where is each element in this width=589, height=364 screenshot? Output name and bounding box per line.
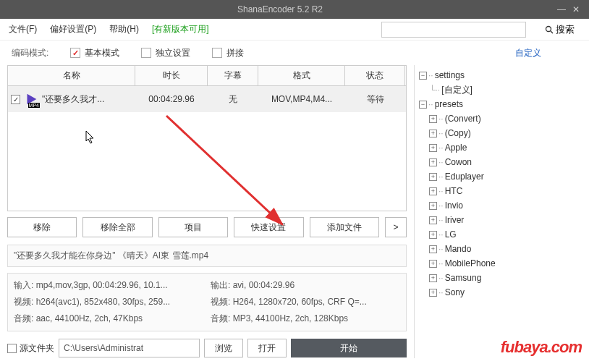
search-box xyxy=(381,22,526,38)
action-buttons: 移除 移除全部 项目 快速设置 添加文件 > xyxy=(7,217,407,237)
row-subtitle: 无 xyxy=(208,86,258,112)
mode-label: 编码模式: xyxy=(12,47,48,59)
file-grid: 名称 时长 字幕 格式 状态 MP4 "还要多久我才... 00: xyxy=(7,65,407,211)
grid-body: MP4 "还要多久我才... 00:04:29.96 无 MOV,MP4,M4.… xyxy=(8,86,406,211)
menu-preferences[interactable]: 偏好设置(P) xyxy=(50,23,96,35)
info-panel: 输入: mp4,mov,3gp, 00:04:29.96, 10.1... 视频… xyxy=(7,273,407,331)
expand-icon: + xyxy=(429,260,437,268)
input-container: 输入: mp4,mov,3gp, 00:04:29.96, 10.1... xyxy=(14,279,203,292)
tree-node-preset[interactable]: +··Mando xyxy=(429,242,577,256)
tree-node-preset[interactable]: +··Apple xyxy=(429,140,577,155)
svg-line-1 xyxy=(551,30,553,33)
expand-icon: + xyxy=(429,216,437,224)
output-audio: 音频: MP3, 44100Hz, 2ch, 128Kbps xyxy=(211,313,400,325)
path-row: 源文件夹 C:\Users\Administrat 浏览 打开 开始 xyxy=(7,339,407,357)
minimize-button[interactable]: — xyxy=(554,4,569,14)
menu-help[interactable]: 帮助(H) xyxy=(109,23,139,35)
custom-link[interactable]: 自定义 xyxy=(515,47,541,59)
expand-icon: + xyxy=(429,144,437,152)
collapse-icon: − xyxy=(419,72,427,80)
start-button[interactable]: 开始 xyxy=(291,339,407,357)
menu-file[interactable]: 文件(F) xyxy=(9,23,37,35)
video-file-icon: MP4 xyxy=(23,91,39,107)
mode-independent[interactable]: 独立设置 xyxy=(141,47,190,59)
input-audio: 音频: aac, 44100Hz, 2ch, 47Kbps xyxy=(14,313,203,325)
mode-bar: 编码模式: 基本模式 独立设置 拼接 自定义 xyxy=(0,41,589,65)
quick-settings-button[interactable]: 快速设置 xyxy=(234,217,303,237)
expand-icon: + xyxy=(429,158,437,166)
search-input[interactable] xyxy=(382,25,525,35)
menubar: 文件(F) 偏好设置(P) 帮助(H) [有新版本可用] 搜索 xyxy=(0,19,589,41)
tree-node-preset[interactable]: +··Invio xyxy=(429,198,577,213)
expand-icon: + xyxy=(429,289,437,297)
tree-node-preset[interactable]: +··MobilePhone xyxy=(429,256,577,271)
tree-node-preset[interactable]: +··Samsung xyxy=(429,271,577,285)
tree-node-preset[interactable]: +··HTC xyxy=(429,184,577,198)
remove-button[interactable]: 移除 xyxy=(7,217,77,237)
row-checkbox[interactable] xyxy=(11,95,20,104)
expand-icon: + xyxy=(429,187,437,195)
output-info: 输出: avi, 00:04:29.96 视频: H264, 1280x720,… xyxy=(211,279,400,325)
tree-node-preset[interactable]: +··Sony xyxy=(429,285,577,300)
row-status: 等待 xyxy=(345,86,405,112)
output-container: 输出: avi, 00:04:29.96 xyxy=(211,279,400,292)
watermark: fubaya.com xyxy=(501,338,582,357)
tree-node-preset[interactable]: +··LG xyxy=(429,227,577,242)
row-filename: "还要多久我才... xyxy=(42,93,104,106)
tree-node-preset[interactable]: +··(Copy) xyxy=(429,126,577,140)
col-header-subtitle[interactable]: 字幕 xyxy=(208,66,258,85)
more-button[interactable]: > xyxy=(385,217,407,237)
project-button[interactable]: 项目 xyxy=(158,217,228,237)
row-duration: 00:04:29.96 xyxy=(135,86,208,112)
left-panel: 名称 时长 字幕 格式 状态 MP4 "还要多久我才... 00: xyxy=(0,65,414,358)
expand-icon: + xyxy=(429,202,437,210)
expand-icon: + xyxy=(429,130,437,137)
col-header-status[interactable]: 状态 xyxy=(345,66,405,85)
expand-icon: + xyxy=(429,245,437,253)
update-available-link[interactable]: [有新版本可用] xyxy=(152,23,209,35)
expand-icon: + xyxy=(429,173,437,181)
output-video: 视频: H264, 1280x720, 60fps, CRF Q=... xyxy=(211,296,400,308)
titlebar: ShanaEncoder 5.2 R2 — ✕ xyxy=(0,0,589,19)
tree-node-preset[interactable]: +··Eduplayer xyxy=(429,169,577,184)
selected-file-label: "还要多久我才能在你身边" 《晴天》AI東 雪莲.mp4 xyxy=(7,245,407,267)
preset-tree-panel: −··settings └··[自定义] −··presets +··(Conv… xyxy=(414,65,582,358)
svg-point-0 xyxy=(546,26,551,31)
expand-icon: + xyxy=(429,231,437,239)
tree-node-preset[interactable]: +··Cowon xyxy=(429,155,577,169)
expand-icon: + xyxy=(429,115,437,123)
tree-node-settings[interactable]: −··settings xyxy=(419,68,577,82)
collapse-icon: − xyxy=(419,101,427,109)
add-file-button[interactable]: 添加文件 xyxy=(310,217,379,237)
search-button[interactable]: 搜索 xyxy=(539,22,580,38)
search-icon xyxy=(545,25,554,34)
row-format: MOV,MP4,M4... xyxy=(258,86,345,112)
remove-all-button[interactable]: 移除全部 xyxy=(82,217,152,237)
tree-node-preset[interactable]: +··(Convert) xyxy=(429,111,577,126)
input-info: 输入: mp4,mov,3gp, 00:04:29.96, 10.1... 视频… xyxy=(14,279,203,325)
input-video: 视频: h264(avc1), 852x480, 30fps, 259... xyxy=(14,296,203,308)
col-header-duration[interactable]: 时长 xyxy=(135,66,208,85)
tree-node-presets[interactable]: −··presets xyxy=(419,97,577,111)
grid-header: 名称 时长 字幕 格式 状态 xyxy=(8,66,406,86)
table-row[interactable]: MP4 "还要多久我才... 00:04:29.96 无 MOV,MP4,M4.… xyxy=(8,86,406,112)
window-title: ShanaEncoder 5.2 R2 xyxy=(6,4,554,14)
col-header-name[interactable]: 名称 xyxy=(8,66,135,85)
checkbox-icon xyxy=(212,48,222,58)
browse-button[interactable]: 浏览 xyxy=(204,339,243,357)
tree-node-preset[interactable]: +··Iriver xyxy=(429,213,577,227)
close-button[interactable]: ✕ xyxy=(569,4,583,14)
expand-icon: + xyxy=(429,274,437,282)
output-path-input[interactable]: C:\Users\Administrat xyxy=(59,339,200,357)
preset-tree: −··settings └··[自定义] −··presets +··(Conv… xyxy=(419,68,577,300)
source-folder-checkbox[interactable]: 源文件夹 xyxy=(7,342,54,355)
open-button[interactable]: 打开 xyxy=(247,339,287,357)
mode-basic[interactable]: 基本模式 xyxy=(70,47,119,59)
tree-node-custom[interactable]: └··[自定义] xyxy=(429,82,577,97)
checkbox-icon xyxy=(141,48,151,58)
mode-concat[interactable]: 拼接 xyxy=(212,47,244,59)
checkbox-icon xyxy=(70,48,80,58)
col-header-format[interactable]: 格式 xyxy=(258,66,345,85)
